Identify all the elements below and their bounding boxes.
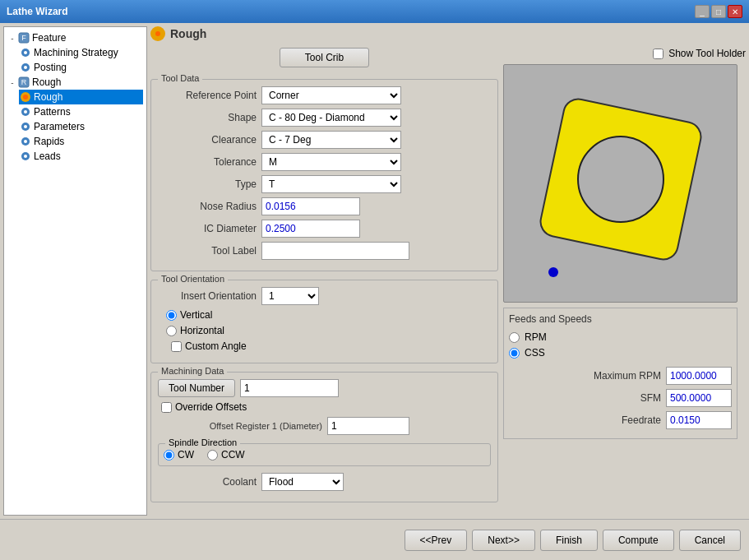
ic-diameter-row: IC Diameter 0.2500 bbox=[158, 220, 491, 238]
feedrate-row: Feedrate 0.0150 bbox=[509, 411, 732, 429]
insert-orientation-label: Insert Orientation bbox=[158, 290, 257, 302]
vertical-radio[interactable] bbox=[166, 310, 177, 321]
reference-point-select[interactable]: Corner Center Other bbox=[261, 86, 401, 104]
cw-radio-item[interactable]: CW bbox=[164, 449, 194, 460]
window-controls: _ □ ✕ bbox=[695, 5, 742, 18]
svg-text:R: R bbox=[21, 78, 27, 86]
tree-item-rapids[interactable]: Rapids bbox=[19, 134, 143, 149]
compute-button[interactable]: Compute bbox=[603, 530, 674, 551]
nose-radius-label: Nose Radius bbox=[158, 201, 257, 212]
tree-label-patterns: Patterns bbox=[34, 106, 71, 118]
rough-group-icon: R bbox=[17, 76, 30, 89]
ic-diameter-label: IC Diameter bbox=[158, 223, 257, 234]
type-row: Type T bbox=[158, 175, 491, 193]
sfm-input[interactable]: 500.0000 bbox=[666, 389, 732, 407]
tree-item-machining-strategy[interactable]: Machining Strategy bbox=[19, 45, 143, 60]
horizontal-radio[interactable] bbox=[166, 326, 177, 336]
rpm-label: RPM bbox=[525, 331, 547, 343]
close-button[interactable]: ✕ bbox=[728, 5, 742, 18]
cancel-button[interactable]: Cancel bbox=[679, 530, 741, 551]
tree-item-rough-sub[interactable]: Rough bbox=[19, 90, 143, 104]
maximize-button[interactable]: □ bbox=[711, 5, 726, 18]
vertical-radio-item[interactable]: Vertical bbox=[166, 309, 212, 321]
feedrate-input[interactable]: 0.0150 bbox=[666, 411, 732, 429]
rpm-radio[interactable] bbox=[509, 332, 520, 343]
ccw-radio-item[interactable]: CCW bbox=[207, 449, 245, 460]
clearance-row: Clearance C - 7 Deg bbox=[158, 131, 491, 149]
ic-diameter-input[interactable]: 0.2500 bbox=[261, 220, 360, 238]
finish-button[interactable]: Finish bbox=[540, 530, 598, 551]
ccw-radio[interactable] bbox=[207, 450, 218, 460]
svg-point-17 bbox=[24, 155, 27, 158]
tool-number-input[interactable] bbox=[240, 379, 339, 397]
override-offsets-checkbox-item[interactable]: Override Offsets bbox=[161, 401, 247, 413]
override-offsets-label: Override Offsets bbox=[175, 401, 247, 413]
tree-item-parameters[interactable]: Parameters bbox=[19, 119, 143, 134]
offset-register-label: Offset Register 1 (Diameter) bbox=[158, 421, 322, 431]
cw-radio[interactable] bbox=[164, 450, 174, 460]
horizontal-row: Horizontal bbox=[166, 325, 491, 336]
tree-item-feature[interactable]: - F Feature bbox=[7, 30, 143, 45]
next-button[interactable]: Next>> bbox=[472, 530, 535, 551]
reference-point-row: Reference Point Corner Center Other bbox=[158, 86, 491, 104]
svg-point-22 bbox=[578, 137, 663, 222]
insert-orientation-select[interactable]: 1234 bbox=[261, 287, 319, 305]
viz-panel: Show Tool Holder bbox=[503, 48, 746, 516]
type-label: Type bbox=[158, 178, 257, 190]
prev-button[interactable]: <<Prev bbox=[405, 530, 468, 551]
tolerance-select[interactable]: M bbox=[261, 153, 401, 171]
tree-item-leads[interactable]: Leads bbox=[19, 149, 143, 164]
center-form: Tool Crib Tool Data Reference Point Corn… bbox=[150, 48, 498, 516]
tool-number-button[interactable]: Tool Number bbox=[158, 379, 235, 397]
minimize-button[interactable]: _ bbox=[695, 5, 710, 18]
show-tool-holder-checkbox[interactable] bbox=[653, 49, 663, 59]
tree-item-posting[interactable]: Posting bbox=[19, 60, 143, 75]
maximum-rpm-row: Maximum RPM 1000.0000 bbox=[509, 367, 732, 385]
tree-label-feature: Feature bbox=[32, 32, 66, 44]
tool-orientation-group: Tool Orientation Insert Orientation 1234… bbox=[150, 280, 498, 363]
svg-point-23 bbox=[548, 267, 558, 277]
coolant-label: Coolant bbox=[158, 476, 257, 488]
feeds-and-speeds-title: Feeds and Speeds bbox=[509, 313, 732, 325]
svg-point-5 bbox=[24, 66, 27, 69]
horizontal-radio-item[interactable]: Horizontal bbox=[166, 325, 224, 336]
tree-label-posting: Posting bbox=[34, 62, 67, 73]
tree-item-rough-group[interactable]: - R Rough bbox=[7, 75, 143, 90]
tree-label-machining-strategy: Machining Strategy bbox=[34, 47, 118, 58]
vertical-row: Vertical bbox=[166, 309, 491, 321]
custom-angle-checkbox-item[interactable]: Custom Angle bbox=[171, 340, 247, 352]
override-offsets-checkbox[interactable] bbox=[161, 402, 172, 413]
offset-register-input[interactable] bbox=[327, 417, 409, 435]
custom-angle-label: Custom Angle bbox=[185, 340, 247, 352]
spindle-radio-group: CW CCW bbox=[164, 449, 485, 460]
type-select[interactable]: T bbox=[261, 175, 401, 193]
rough-expand-icon: - bbox=[7, 77, 17, 87]
shape-select[interactable]: C - 80 Deg - Diamond bbox=[261, 109, 401, 127]
insert-orientation-row: Insert Orientation 1234 bbox=[158, 287, 491, 305]
sfm-label: SFM bbox=[587, 392, 661, 404]
show-holder-row: Show Tool Holder bbox=[503, 48, 746, 59]
coolant-select[interactable]: FloodMistNone bbox=[261, 473, 344, 491]
horizontal-label: Horizontal bbox=[180, 325, 224, 336]
tree-item-patterns[interactable]: Patterns bbox=[19, 104, 143, 119]
css-label: CSS bbox=[525, 347, 545, 359]
reference-point-label: Reference Point bbox=[158, 90, 257, 101]
clearance-select[interactable]: C - 7 Deg bbox=[261, 131, 401, 149]
nose-radius-input[interactable]: 0.0156 bbox=[261, 197, 360, 215]
vertical-label: Vertical bbox=[180, 309, 212, 321]
tool-crib-button[interactable]: Tool Crib bbox=[280, 48, 369, 67]
window-title: Lathe Wizard bbox=[7, 6, 68, 17]
svg-point-11 bbox=[24, 110, 27, 113]
maximum-rpm-input[interactable]: 1000.0000 bbox=[666, 367, 732, 385]
tool-number-row: Tool Number bbox=[158, 379, 491, 397]
tool-data-group: Tool Data Reference Point Corner Center … bbox=[150, 79, 498, 271]
clearance-label: Clearance bbox=[158, 134, 257, 146]
tolerance-label: Tolerance bbox=[158, 156, 257, 168]
tree-label-parameters: Parameters bbox=[34, 121, 85, 132]
custom-angle-checkbox[interactable] bbox=[171, 341, 182, 352]
parameters-icon bbox=[19, 120, 32, 133]
spindle-direction-group: Spindle Direction CW CCW bbox=[158, 443, 491, 466]
css-radio[interactable] bbox=[509, 348, 520, 359]
spindle-direction-title: Spindle Direction bbox=[165, 437, 240, 447]
tool-label-input[interactable] bbox=[261, 242, 409, 260]
